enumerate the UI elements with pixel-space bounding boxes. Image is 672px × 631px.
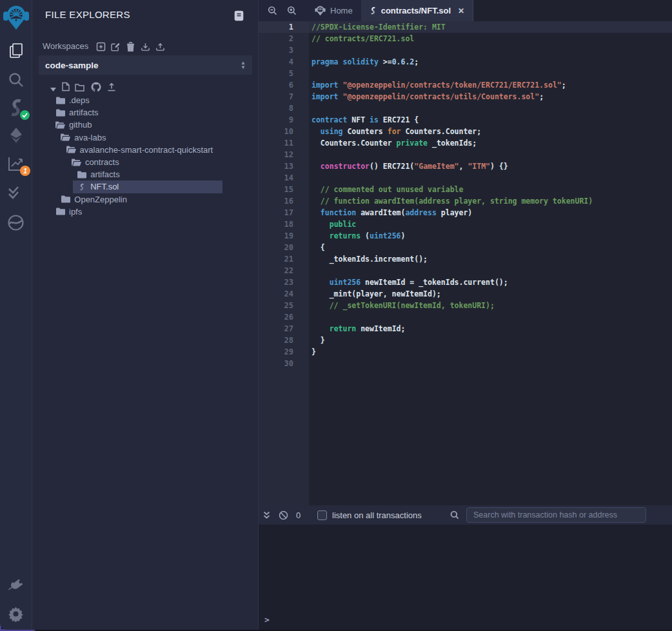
line-content [309, 358, 672, 369]
line-number: 10 [259, 126, 309, 137]
line-content: _mint(player, newItemId); [309, 288, 672, 300]
restore-workspaces-icon[interactable] [155, 41, 165, 52]
settings-gear-icon[interactable] [0, 606, 32, 622]
tree-item-ipfs[interactable]: ipfs [32, 206, 258, 218]
line-content [309, 44, 672, 56]
line-content: Counters.Counter private _tokenIds; [309, 137, 672, 149]
line-number: 27 [259, 323, 309, 335]
code-line-25: 25 // _setTokenURI(newItemId, tokenURI); [259, 300, 672, 311]
line-number: 4 [259, 56, 309, 68]
file-explorer-icon[interactable] [0, 42, 32, 60]
tree-item-label: .deps [69, 95, 90, 105]
github-clone-icon[interactable] [91, 82, 101, 95]
terminal-output[interactable]: > [259, 525, 672, 630]
tree-item--deps[interactable]: .deps [32, 94, 258, 106]
terminal-search-input[interactable]: Search with transaction hash or address [466, 507, 646, 523]
delete-workspace-icon[interactable] [126, 41, 135, 52]
download-workspaces-icon[interactable] [141, 41, 150, 52]
unit-testing-icon[interactable] [0, 185, 32, 200]
line-number: 25 [259, 300, 309, 311]
line-number: 13 [259, 160, 309, 172]
tree-item-ava-labs[interactable]: ava-labs [32, 131, 258, 144]
code-editor[interactable]: 1//SPDX-License-Identifier: MIT2// contr… [259, 21, 672, 505]
listen-transactions-checkbox[interactable] [317, 505, 327, 525]
rename-workspace-icon[interactable] [111, 41, 121, 52]
remix-logo-icon[interactable] [0, 4, 32, 31]
collapse-chevron-icon[interactable] [50, 83, 56, 94]
solidity-file-icon [370, 6, 377, 15]
tree-item-label: artifacts [90, 170, 120, 179]
solidity-file-icon [77, 182, 86, 191]
tab-close-icon[interactable]: ✕ [458, 6, 464, 15]
file-explorer-panel: FILE EXPLORERS Workspaces [32, 0, 258, 630]
code-line-3: 3 [259, 44, 672, 56]
solidity-compiler-icon[interactable] [0, 98, 32, 117]
line-content: } [309, 335, 672, 346]
tree-item-contracts[interactable]: contracts [32, 156, 258, 168]
line-number: 18 [259, 218, 309, 230]
line-content: constructor() ERC721("GameItem", "ITM") … [309, 160, 672, 172]
create-workspace-icon[interactable] [96, 41, 106, 52]
tree-item-artifacts[interactable]: artifacts [32, 106, 258, 119]
docs-icon[interactable] [234, 10, 244, 24]
code-line-11: 11 Counters.Counter private _tokenIds; [259, 137, 672, 149]
code-line-12: 12 [259, 149, 672, 160]
line-content [309, 172, 672, 184]
line-content: // contracts/ERC721.sol [309, 33, 672, 44]
workspace-selected-value: code-sample [45, 61, 99, 70]
editor-terminal-column: Home contracts/NFT.sol ✕ 1//SPDX-License… [258, 0, 672, 630]
line-content: uint256 newItemId = _tokenIds.current(); [309, 277, 672, 288]
tree-item-label: github [69, 120, 92, 130]
terminal-expand-icon[interactable] [263, 505, 270, 525]
clear-console-icon[interactable] [279, 505, 288, 525]
code-line-16: 16 // function awardItem(address player,… [259, 195, 672, 207]
code-line-28: 28 } [259, 335, 672, 346]
code-line-10: 10 using Counters for Counters.Counter; [259, 126, 672, 137]
folder-closed-icon [55, 108, 65, 117]
panel-title: FILE EXPLORERS [45, 9, 130, 20]
workspace-select[interactable]: code-sample ▲▼ [39, 55, 252, 75]
zoom-out-icon[interactable] [262, 0, 282, 21]
line-number: 28 [259, 335, 309, 346]
tree-item-artifacts[interactable]: artifacts [32, 168, 258, 180]
tree-item-openzeppelin[interactable]: OpenZeppelin [32, 193, 258, 206]
tree-item-github[interactable]: github [32, 119, 258, 131]
folder-closed-icon [61, 195, 70, 204]
plugin-manager-icon[interactable] [0, 577, 32, 594]
file-tree: .depsartifactsgithubava-labsavalanche-sm… [32, 94, 258, 218]
line-content: import "@openzeppelin/contracts/token/ER… [309, 79, 672, 91]
line-content: import "@openzeppelin/contracts/utils/Co… [309, 91, 672, 102]
line-content: // function awardItem(address player, st… [309, 195, 672, 207]
search-icon[interactable] [0, 71, 32, 89]
globe-icon[interactable] [0, 214, 32, 231]
code-line-14: 14 [259, 172, 672, 184]
code-line-23: 23 uint256 newItemId = _tokenIds.current… [259, 277, 672, 288]
new-folder-icon[interactable] [75, 83, 84, 94]
line-number: 3 [259, 44, 309, 56]
code-line-9: 9contract NFT is ERC721 { [259, 114, 672, 126]
tree-item-label: avalanche-smart-contract-quickstart [80, 145, 213, 155]
code-line-1: 1//SPDX-License-Identifier: MIT [259, 21, 672, 33]
code-line-7: 7import "@openzeppelin/contracts/utils/C… [259, 91, 672, 102]
tab-home-label: Home [330, 6, 353, 15]
load-local-file-icon[interactable] [107, 83, 116, 94]
tab-home[interactable]: Home [306, 0, 361, 21]
remix-app: 1 FILE EXPLORERS [0, 0, 672, 630]
line-number: 8 [259, 102, 309, 114]
editor-tabbar: Home contracts/NFT.sol ✕ [259, 0, 672, 21]
tab-nft-sol[interactable]: contracts/NFT.sol ✕ [361, 0, 473, 21]
line-number: 11 [259, 137, 309, 149]
deploy-run-icon[interactable] [0, 126, 32, 144]
zoom-in-icon[interactable] [282, 0, 301, 21]
statistics-icon[interactable]: 1 [0, 155, 32, 172]
code-line-5: 5 [259, 68, 672, 79]
line-content [309, 265, 672, 277]
tree-item-avalanche-smart-contract-quickstart[interactable]: avalanche-smart-contract-quickstart [32, 144, 258, 156]
folder-open-icon [72, 157, 81, 167]
code-line-29: 29} [259, 346, 672, 358]
line-number: 5 [259, 68, 309, 79]
tree-item-label: ipfs [69, 207, 82, 217]
code-line-27: 27 return newItemId; [259, 323, 672, 335]
new-file-icon[interactable] [62, 82, 70, 94]
tree-item-nft-sol[interactable]: NFT.sol [32, 180, 258, 193]
